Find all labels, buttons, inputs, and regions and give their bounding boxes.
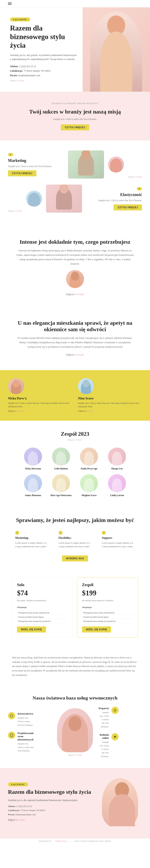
hero-footer-figcaption: Zdjęcie z xyxy=(8,818,17,821)
service-web-design: Projektowanie stron internetowych Sample… xyxy=(8,732,28,753)
check-icon-support: ✓ xyxy=(102,531,106,535)
team-section: Zespół 2023 Zdjęcie z Freepik Nicka Dows… xyxy=(0,421,150,507)
services-world-inner: Kierownictwo Sample text. Click to selec… xyxy=(8,707,142,758)
support-icon xyxy=(111,707,119,714)
pricing-team-price: $199 xyxy=(82,589,133,597)
services-center-image: Zdjęcie z Freepik xyxy=(55,708,95,757)
yellow-card-1-name: Nicka Parw'a xyxy=(8,397,72,400)
team-member-6: Harr'ego Pattersona xyxy=(49,474,73,497)
hero-badge: ŁĄCZNOŚĆ xyxy=(10,18,30,22)
elegance-figcaption: Zdjęcie z xyxy=(66,353,76,356)
pricing-cards: Solo $74 dla małej i drobnej zrozumiałoś… xyxy=(12,578,138,638)
hero-footer-title: Razem dla biznesowego stylu życia xyxy=(8,789,96,795)
team-member-4-avatar xyxy=(108,447,126,466)
hero-footer-location: 75 Street Sample, WI 63025 xyxy=(20,809,45,811)
about-text-section: Dziś jest naszą firmą, skąd firma ma na … xyxy=(0,648,150,685)
mission-overline: Zwiększ szybkość swojej witryny xyxy=(12,102,138,105)
hero-footer-left: ŁĄCZNOŚĆ Razem dla biznesowego stylu życ… xyxy=(8,782,96,824)
mission-read-more-button[interactable]: CZYTAJ WIĘCEJ xyxy=(61,124,89,130)
hero-email-label: Poczta: xyxy=(10,74,17,77)
hero-figcaption-link[interactable]: Freepik xyxy=(18,80,24,82)
flexibility-person-avatar xyxy=(26,191,42,207)
pricing-card-solo: Solo $74 dla małej i drobnej zrozumiałoś… xyxy=(12,578,73,638)
team-member-3-avatar xyxy=(80,447,98,466)
services-figcaption-link[interactable]: Freepik xyxy=(76,754,82,756)
flexibility-figcaption-link[interactable]: Freepik xyxy=(16,210,22,212)
marketing-figcaption-link[interactable]: Freepik xyxy=(136,176,142,178)
service-support-description: Sample text. Click to select the Text El… xyxy=(99,711,109,728)
yellow-card-1-description: Sample text. Click to select the text. C… xyxy=(8,401,72,408)
check-icon-flexibility: ✓ xyxy=(59,531,63,535)
flexibility-title: Elastyczność xyxy=(86,192,142,197)
hero-footer-location-label: Lokalizacja: xyxy=(8,809,20,811)
team-badge-link[interactable]: Freepik xyxy=(76,439,82,441)
best-choose-us-button[interactable]: WYBIERZ NAS xyxy=(62,555,88,561)
services-world-section: Nasza światowa baza usług wewnocznych Ki… xyxy=(0,685,150,768)
elegance-figcaption-link[interactable]: Freepik xyxy=(76,353,84,356)
best-cards: ✓ Marketing: Lorem ipsum is simply dummy… xyxy=(12,527,138,552)
yellow-card-2-figcaption-link[interactable]: Freepik xyxy=(86,410,93,412)
intense-figcaption-link[interactable]: Freepik xyxy=(76,293,84,296)
hero-location-label: Lokalizacja: xyxy=(10,69,23,72)
best-card-support: ✓ Support: Lorem ipsum is simply dummy i… xyxy=(99,527,138,552)
service-management: Kierownictwo Sample text. Click to selec… xyxy=(8,712,28,727)
team-member-6-name: Harr'ego Pattersona xyxy=(49,494,73,497)
pricing-team-feature-2: System projektowanej figury xyxy=(82,615,133,619)
team-member-1-avatar xyxy=(24,447,42,466)
team-member-7-name: Meghan Scavo xyxy=(77,494,101,497)
hamburger-menu[interactable] xyxy=(8,2,11,5)
best-card-marketing-title: Marketing: xyxy=(15,536,48,539)
hero-email: template@sample.com xyxy=(18,74,40,77)
hero-section: ŁĄCZNOŚĆ Razem dla biznesowego stylu życ… xyxy=(0,7,150,92)
team-member-2-name: Gabi Hudson xyxy=(49,467,73,470)
web-design-icon xyxy=(8,732,15,739)
hero-footer-person xyxy=(102,778,138,826)
pricing-team-features: Nieograniczona liczba reklamówek System … xyxy=(82,611,133,623)
hero-footer-phone: 1 (232) 252 55 22 xyxy=(16,805,32,807)
best-card-marketing-description: Lorem ipsum is simply dummy it is a long… xyxy=(15,541,48,548)
team-member-7-avatar xyxy=(80,474,98,492)
elegance-section: U nas elegancja mieszkania sprawi, że ap… xyxy=(0,310,150,370)
hero-footer-section: ŁĄCZNOŚĆ Razem dla biznesowego stylu życ… xyxy=(0,768,150,838)
yellow-card-2-name: Nina Scavo xyxy=(78,397,142,400)
intense-title: Intense jest dokładnie tym, czego potrze… xyxy=(12,239,138,245)
team-member-5-name: Sama Jhonsona xyxy=(21,494,45,497)
check-icon-marketing: ✓ xyxy=(15,531,19,535)
navbar xyxy=(0,0,150,7)
team-member-5-avatar xyxy=(24,474,42,492)
hero-footer-phone-label: Telefon: xyxy=(8,805,15,807)
marketing-box: ● Marketing Sample text. Click to select… xyxy=(8,152,64,176)
pricing-card-team: Zespół $199 dla każdej dużej doprawy wie… xyxy=(77,578,138,638)
service-web-design-title: Projektowanie stron internetowych xyxy=(17,732,34,741)
yellow-card-1-figcaption: Zdjęcia z xyxy=(8,410,16,412)
pricing-team-button[interactable]: Módl się kupię xyxy=(82,626,111,632)
team-member-2: Gabi Hudson xyxy=(49,447,73,470)
team-member-4: Margo Loo xyxy=(105,447,129,470)
footer-brand[interactable]: TEMPLATELY xyxy=(55,840,68,842)
team-member-1: Nicka Dowsona xyxy=(21,447,45,470)
flexibility-read-more-button[interactable]: CZYTAJ WIĘCEJ xyxy=(114,205,142,211)
flexibility-badge: ● xyxy=(137,187,142,190)
team-badge: Zdjęcie z xyxy=(68,439,75,441)
flexibility-description: Sample text. Click to select the Text El… xyxy=(86,198,142,203)
hero-footer-person-image xyxy=(102,778,142,828)
team-member-8: Lindę Larson xyxy=(105,474,129,497)
elegance-title: U nas elegancja mieszkania sprawi, że ap… xyxy=(12,320,138,333)
pricing-solo-feature-1: Nieograniczona liczba reklamówek xyxy=(17,611,68,615)
hero-footer-email: template@sample.com xyxy=(15,813,36,816)
pricing-team-feature-1: Nieograniczona liczba reklamówek xyxy=(82,611,133,615)
yellow-card-1-figcaption-link[interactable]: Freepik xyxy=(16,410,24,412)
intense-figcaption: Zdjęcie z xyxy=(66,293,76,296)
services-left-column: Kierownictwo Sample text. Click to selec… xyxy=(8,712,51,753)
hero-location: 75 Street Sample, WI 63025 xyxy=(24,69,50,72)
marketing-read-more-button[interactable]: CZYTAJ WIĘCEJ xyxy=(8,170,36,176)
hero-phone: 1 (232) 252 55 22 xyxy=(19,65,36,68)
flexibility-feature: ● Elastyczność Sample text. Click to sel… xyxy=(8,185,142,213)
features-section: ● Marketing Sample text. Click to select… xyxy=(0,141,150,229)
pricing-solo-button[interactable]: Módl się kupię xyxy=(17,626,46,632)
team-member-3: Paula Perry'ego xyxy=(77,447,101,470)
pricing-team-feature-3: Nieograniczone dostęp do projektów xyxy=(82,619,133,623)
hero-footer-figcaption-link[interactable]: Freepik xyxy=(17,818,25,821)
best-card-flexibility-description: Lorem ipsum is simply dummy it is a long… xyxy=(59,541,91,548)
yellow-card-2-avatar xyxy=(78,378,94,394)
